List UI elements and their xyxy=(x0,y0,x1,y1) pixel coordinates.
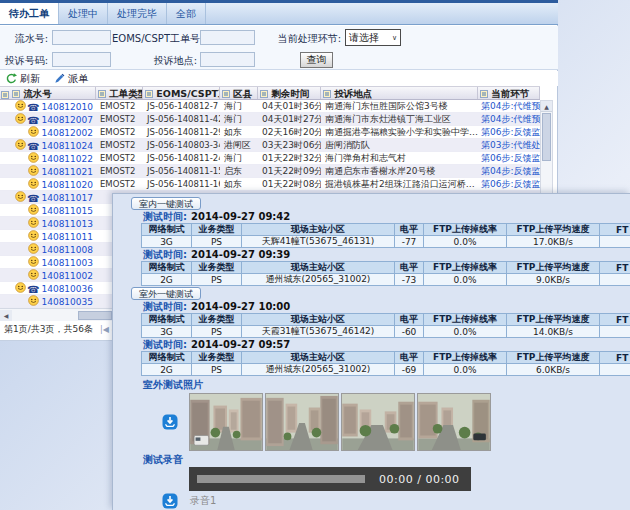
indoor-test-button[interactable]: 室内一键测试 xyxy=(131,197,201,210)
serial-link[interactable]: 140811011 xyxy=(41,232,93,242)
eoms-input[interactable] xyxy=(200,30,255,45)
search-form: 流水号: EOMS/CSPT工单号: 当前处理环节: 请选择 ∨ 投诉号码: 投… xyxy=(0,26,558,70)
serial-link[interactable]: 140811002 xyxy=(41,271,93,281)
sort-icon[interactable] xyxy=(145,90,153,98)
column-header[interactable]: 剩余时间 xyxy=(258,87,321,99)
serial-link[interactable]: 140811013 xyxy=(41,219,93,229)
table-row[interactable]: 140811021EMOST2JS-056-140811-150启东01天22时… xyxy=(0,165,540,178)
phone-icon[interactable]: ☎ xyxy=(27,284,39,294)
table-row[interactable]: ☎140812007EMOST2JS-056-140811-422海门04天01… xyxy=(0,113,540,126)
test-result-table: 网络制式业务类型现场主站小区电平FTP上传掉线率FTP上传平均速度FT3GPS天… xyxy=(141,223,630,248)
serial-input[interactable] xyxy=(52,30,111,45)
serial-link[interactable]: 140811022 xyxy=(41,154,93,164)
column-header[interactable]: 区县 xyxy=(220,87,258,99)
phone-icon[interactable]: ☎ xyxy=(27,102,39,112)
dispatch-button[interactable]: 派单 xyxy=(54,72,88,86)
sort-icon[interactable] xyxy=(222,90,230,98)
query-button[interactable]: 查询 xyxy=(300,52,333,68)
step-link[interactable]: 第06步:反馈监控 xyxy=(478,178,540,190)
phone-icon[interactable]: ☎ xyxy=(27,141,39,151)
sort-icon[interactable] xyxy=(12,90,20,98)
serial-link[interactable]: 140811008 xyxy=(41,245,93,255)
smiley-icon[interactable] xyxy=(15,139,26,150)
step-link[interactable]: 第04步:代维预约 xyxy=(478,100,540,112)
column-header[interactable]: 投诉地点 xyxy=(321,87,478,99)
audio-progress-track[interactable] xyxy=(197,475,365,483)
complaint-location-input[interactable] xyxy=(200,52,255,67)
table-row[interactable]: ☎140812010EMOST2JS-056-140812-7海门04天01时3… xyxy=(0,100,540,113)
table-row[interactable]: 140812002EMOST2JS-056-140811-291如东02天16时… xyxy=(0,126,540,139)
tab-item[interactable]: 处理中 xyxy=(59,3,108,24)
phone-icon[interactable]: ☎ xyxy=(27,115,39,125)
step-link[interactable]: 第04步:反馈监控 xyxy=(478,165,540,177)
outdoor-photo[interactable] xyxy=(417,393,491,451)
refresh-label: 刷新 xyxy=(20,72,40,86)
column-header[interactable]: 当前环节 xyxy=(478,87,540,99)
smiley-icon[interactable] xyxy=(28,165,39,176)
download-icon[interactable] xyxy=(162,493,178,509)
smiley-icon[interactable] xyxy=(28,126,39,137)
smiley-icon[interactable] xyxy=(28,217,39,228)
step-select[interactable]: 请选择 ∨ xyxy=(345,29,401,46)
audio-player[interactable]: 00:00 / 00:00 xyxy=(189,467,471,491)
sort-icon[interactable] xyxy=(1,91,9,99)
column-header[interactable]: 工单类型 xyxy=(96,87,143,99)
smiley-icon[interactable] xyxy=(28,230,39,241)
test-time-value: 2014-09-27 10:00 xyxy=(191,301,290,312)
outdoor-photo[interactable] xyxy=(341,393,415,451)
outdoor-photo[interactable] xyxy=(265,393,339,451)
table-row[interactable]: ☎140811024EMOST2JS-056-140803-344港闸区03天2… xyxy=(0,139,540,152)
serial-link[interactable]: 140810036 xyxy=(41,284,93,294)
smiley-icon[interactable] xyxy=(15,113,26,124)
scroll-up-icon[interactable]: ▲ xyxy=(541,101,552,112)
pager-first-button[interactable]: |◀ xyxy=(100,325,109,334)
complaint-number-input[interactable] xyxy=(52,52,111,67)
scroll-left-icon[interactable]: ◀ xyxy=(0,310,12,321)
serial-link[interactable]: 140811021 xyxy=(41,167,93,177)
sort-icon[interactable] xyxy=(480,90,488,98)
outdoor-test-button[interactable]: 室外一键测试 xyxy=(131,287,201,300)
smiley-icon[interactable] xyxy=(28,256,39,267)
smiley-icon[interactable] xyxy=(28,152,39,163)
serial-link[interactable]: 140811017 xyxy=(41,193,93,203)
step-link[interactable]: 第03步:代维处理 xyxy=(478,139,540,151)
download-icon[interactable] xyxy=(162,414,178,430)
tab-active[interactable]: 待办工单 xyxy=(0,3,59,24)
step-link[interactable]: 第06步:反馈监控 xyxy=(478,126,540,138)
serial-link[interactable]: 140811020 xyxy=(41,180,93,190)
sort-icon[interactable] xyxy=(260,90,268,98)
horizontal-scrollbar-thumb[interactable] xyxy=(78,311,112,320)
step-link[interactable]: 第06步:反馈监控 xyxy=(478,152,540,164)
smiley-icon[interactable] xyxy=(28,243,39,254)
column-header[interactable]: EOMS/CSPT工单号 xyxy=(143,87,220,99)
vertical-scrollbar-thumb[interactable] xyxy=(542,113,551,161)
smiley-icon[interactable] xyxy=(28,178,39,189)
sort-icon[interactable] xyxy=(98,90,106,98)
sort-icon[interactable] xyxy=(323,90,331,98)
serial-link[interactable]: 140812010 xyxy=(41,102,93,112)
serial-link[interactable]: 140811003 xyxy=(41,258,93,268)
test-table-row: 3GPS天霞31幢T(53675_46142)-600.0%14.0KB/s xyxy=(142,326,630,338)
tab-item[interactable]: 处理完毕 xyxy=(108,3,167,24)
phone-icon[interactable]: ☎ xyxy=(27,193,39,203)
smiley-icon[interactable] xyxy=(28,295,39,306)
table-row[interactable]: 140811020EMOST2JS-056-140811-160如东01天22时… xyxy=(0,178,540,191)
serial-link[interactable]: 140811015 xyxy=(41,206,93,216)
smiley-icon[interactable] xyxy=(28,204,39,215)
test-table-header: 网络制式业务类型现场主站小区电平FTP上传掉线率FTP上传平均速度FT xyxy=(142,224,630,236)
serial-link[interactable]: 140812002 xyxy=(41,128,93,138)
table-row[interactable]: 140811022EMOST2JS-056-140811-248海门01天22时… xyxy=(0,152,540,165)
step-link[interactable]: 第04步:代维预约 xyxy=(478,113,540,125)
smiley-icon[interactable] xyxy=(15,100,26,111)
table-header-row: 流水号 工单类型 EOMS/CSPT工单号 区县 剩余时间 投诉地点 当前环节 xyxy=(0,86,540,100)
serial-link[interactable]: 140810035 xyxy=(41,297,93,307)
outdoor-photo[interactable] xyxy=(189,393,263,451)
column-header[interactable]: 流水号 xyxy=(10,87,96,99)
refresh-button[interactable]: 刷新 xyxy=(6,72,40,86)
serial-link[interactable]: 140811024 xyxy=(41,141,93,151)
smiley-icon[interactable] xyxy=(28,269,39,280)
smiley-icon[interactable] xyxy=(15,191,26,202)
serial-link[interactable]: 140812007 xyxy=(41,115,93,125)
smiley-icon[interactable] xyxy=(15,282,26,293)
tab-item[interactable]: 全部 xyxy=(167,3,206,24)
